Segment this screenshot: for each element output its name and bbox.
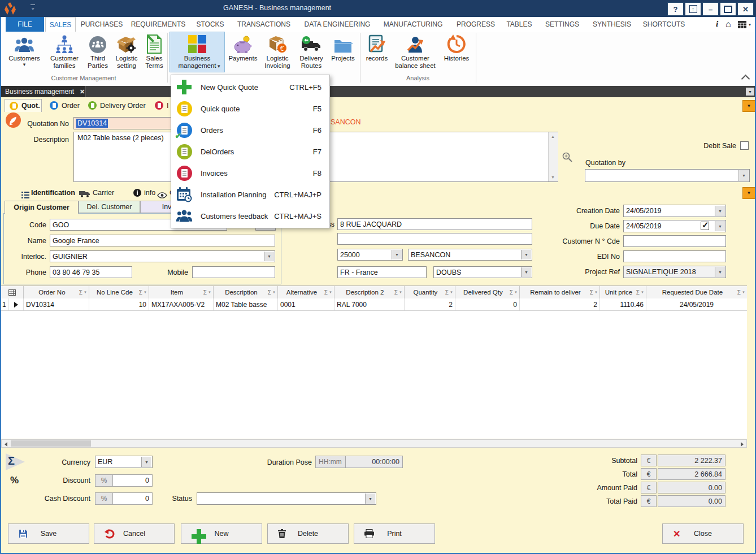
description-scrollbar[interactable]: ▲ ▼ — [548, 132, 558, 181]
menu-item-installation-planning[interactable]: Installation PlanningCTRL+MAJ+P — [171, 184, 329, 205]
creation-date-input[interactable]: 24/05/2019 — [623, 205, 726, 217]
due-date-input[interactable]: 24/05/2019 — [623, 220, 726, 232]
zip-select[interactable]: 25000 — [337, 249, 403, 261]
doc-tab-business-management[interactable]: Business management✕ — [0, 86, 86, 97]
print-button[interactable]: Print — [354, 523, 435, 544]
interloc-select[interactable]: GUIGNIER — [50, 250, 275, 262]
grid-menu-caret-icon[interactable]: ▾ — [749, 22, 751, 27]
cell-order-no[interactable]: DV10314 — [24, 298, 89, 310]
status-select[interactable] — [197, 492, 376, 505]
country-input[interactable]: FR - France — [337, 266, 427, 278]
scroll-left-icon[interactable] — [5, 442, 7, 447]
col-no-line-cde[interactable]: No Line CdeΣ▼ — [89, 286, 149, 298]
subtab-origin-customer[interactable]: Origin Customer — [5, 201, 79, 214]
minimize-button[interactable]: – — [702, 2, 719, 16]
scroll-right-icon[interactable] — [741, 442, 744, 447]
tab-carrier[interactable]: Carrier — [93, 189, 114, 197]
expand-tabs-dropdown[interactable] — [742, 100, 755, 112]
cell-alternative[interactable]: 0001 — [278, 298, 334, 310]
menu-item-invoices[interactable]: InvoicesF8 — [171, 162, 329, 184]
horizontal-scrollbar[interactable] — [1, 439, 747, 448]
ribbon-customers-button[interactable]: Customers▾ — [7, 32, 42, 72]
currency-select[interactable]: EUR — [95, 456, 153, 468]
close-tab-icon[interactable]: ✕ — [80, 88, 85, 96]
save-button[interactable]: Save — [8, 523, 89, 544]
cell-item[interactable]: MX17AXA005-V2 — [149, 298, 214, 310]
menu-item-customers-feedback[interactable]: Customers feedbackCTRL+MAJ+S — [171, 205, 329, 227]
col-item[interactable]: ItemΣ▼ — [149, 286, 214, 298]
ribbon-projects-button[interactable]: Projects — [328, 32, 358, 72]
scroll-up-icon[interactable]: ▲ — [549, 132, 557, 141]
cell-no-line-cde[interactable]: 10 — [89, 298, 149, 310]
cell-description[interactable]: M02 Table basse — [214, 298, 278, 310]
scroll-down-icon[interactable]: ▼ — [549, 173, 557, 181]
col-delivered-qty[interactable]: Delivered QtyΣ▼ — [455, 286, 520, 298]
state-select[interactable]: DOUBS — [433, 266, 532, 278]
cash-discount-input[interactable]: 0 — [112, 492, 153, 505]
ribbon-pin-button[interactable]: ↑ — [685, 2, 701, 16]
phone-input[interactable]: 03 80 46 79 35 — [50, 266, 132, 278]
cell-requested-due-date[interactable]: 24/05/2019 — [646, 298, 747, 310]
edi-no-input[interactable] — [623, 250, 726, 262]
dropdown-icon[interactable] — [715, 221, 725, 231]
menu-item-quick-quote[interactable]: Quick quoteF5 — [171, 98, 329, 119]
cell-description-2[interactable]: RAL 7000 — [334, 298, 405, 310]
address-line1-input[interactable]: 8 RUE JACQUARD — [337, 218, 532, 230]
tab-stocks[interactable]: STOCKS — [193, 17, 227, 32]
dropdown-icon[interactable] — [264, 252, 274, 261]
address-line2-input[interactable] — [337, 233, 532, 245]
subtab-del-customer[interactable]: Del. Customer — [79, 201, 140, 213]
tab-settings[interactable]: SETTINGS — [544, 17, 581, 32]
home-icon[interactable]: ⌂ — [725, 19, 731, 29]
col-description-2[interactable]: Description 2Σ▼ — [334, 286, 405, 298]
ribbon-sales-terms-button[interactable]: Sales Terms — [142, 32, 166, 72]
collapse-ribbon-icon[interactable] — [741, 75, 750, 84]
close-button[interactable]: Close — [662, 523, 744, 544]
dropdown-icon[interactable] — [365, 494, 375, 504]
tab-identification[interactable]: Identification — [31, 189, 75, 197]
customer-cde-input[interactable] — [623, 235, 726, 247]
project-ref-select[interactable]: SIGNALETIQUE 2018 — [623, 266, 726, 278]
help-button[interactable]: ? — [667, 2, 684, 16]
tab-info[interactable]: info — [144, 189, 155, 197]
tab-tables[interactable]: TABLES — [503, 17, 536, 32]
tab-data-engineering[interactable]: DATA ENGINEERING — [302, 17, 373, 32]
tab-synthesis[interactable]: SYNTHESIS — [591, 17, 633, 32]
ribbon-third-parties-button[interactable]: Third Parties — [85, 32, 111, 72]
tab-shortcuts[interactable]: SHORTCUTS — [641, 17, 687, 32]
tab-sales[interactable]: SALES — [45, 17, 76, 32]
ribbon-logistic-setting-button[interactable]: Logistic setting — [112, 32, 141, 72]
table-corner-cell[interactable] — [1, 286, 24, 298]
col-description[interactable]: DescriptionΣ▼ — [214, 286, 278, 298]
ribbon-records-button[interactable]: records — [363, 32, 390, 72]
ribbon-business-management-button[interactable]: Business management ▾ — [170, 32, 224, 72]
cell-quantity[interactable]: 2 — [405, 298, 455, 310]
tab-file[interactable]: FILE — [6, 17, 44, 32]
due-date-checkbox[interactable] — [701, 222, 709, 230]
dropdown-icon[interactable] — [141, 457, 151, 467]
menu-item-orders[interactable]: ✔ OrdersF6 — [171, 119, 329, 141]
dropdown-icon[interactable] — [392, 250, 402, 259]
name-input[interactable]: Google France — [50, 235, 275, 246]
dropdown-icon[interactable] — [521, 250, 531, 259]
expand-detail-dropdown[interactable] — [742, 187, 755, 199]
row-selector-cell[interactable] — [9, 298, 24, 310]
close-window-button[interactable]: ✕ — [737, 2, 754, 16]
tab-purchases[interactable]: PURCHASES — [77, 17, 127, 32]
col-remain-to-deliver[interactable]: Remain to deliverΣ▼ — [520, 286, 600, 298]
mobile-input[interactable] — [192, 266, 275, 278]
new-button[interactable]: New — [181, 523, 262, 544]
cell-remain-to-deliver[interactable]: 2 — [520, 298, 600, 310]
ribbon-delivery-routes-button[interactable]: Delivery Routes — [296, 32, 327, 72]
col-unit-price[interactable]: Unit priceΣ▼ — [600, 286, 646, 298]
col-order-no[interactable]: Order NoΣ▼ — [24, 286, 89, 298]
tab-manufacturing[interactable]: MANUFACTURING — [380, 17, 446, 32]
ribbon-payments-button[interactable]: Payments — [227, 32, 259, 72]
quotation-by-select[interactable] — [585, 169, 750, 182]
discount-input[interactable]: 0 — [112, 474, 153, 487]
ribbon-customer-balance-sheet-button[interactable]: Customer balance sheet — [392, 32, 439, 72]
cell-unit-price[interactable]: 1110.46 — [600, 298, 646, 310]
quick-access-caret-icon[interactable]: ⌄ — [31, 5, 35, 10]
ribbon-customer-families-button[interactable]: Customer families — [44, 32, 85, 72]
ribbon-logistic-invoicing-button[interactable]: € Logistic Invoicing — [260, 32, 294, 72]
